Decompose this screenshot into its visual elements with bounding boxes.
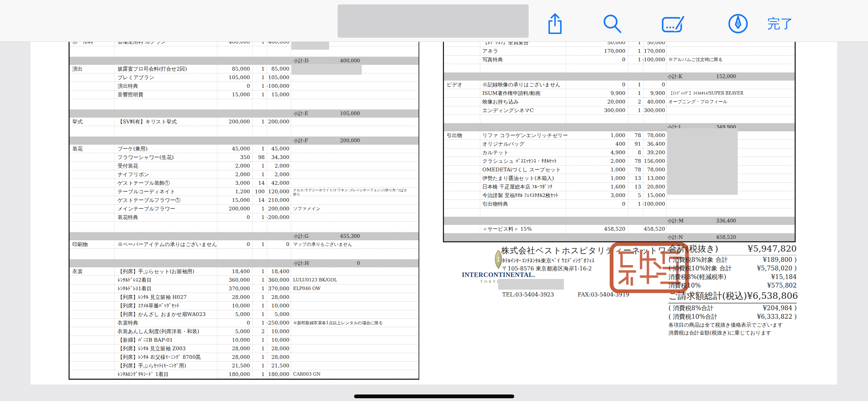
remark-cell: クロス:ラグジーホワイト/ナフキン:プレーンチーフェンジ/折り方:つばさ折り: [293, 188, 410, 196]
table-row: 日本橋 千疋屋総本店 ﾌﾙｰﾂﾎﾟﾝﾁ1,6001320,800: [444, 183, 795, 191]
table-row: 今治謹製 至福ﾀｵﾙ ﾌｪｲｽﾀｵﾙ2枚ｾｯﾄ3,000515,000: [444, 191, 795, 200]
subtotal-label: 小計:K: [667, 73, 682, 80]
item-cell: プレミアプラン: [118, 73, 154, 82]
amount-cell: -100,000: [617, 200, 665, 208]
table-row: ＜サービス料＞ 15%458,520458,520: [444, 225, 795, 233]
summary-row: ( 消費税10%合計¥6,333,822 ): [668, 312, 797, 321]
amount-cell: 2,000: [241, 162, 289, 170]
table-row: 衣装あんしん制度(列席洋装・和装)5,000210,000: [70, 327, 419, 336]
redaction-box: [667, 128, 738, 195]
table-row: メインテーブルフラワー200,0001200,000ソファメイン: [70, 205, 419, 213]
table-row: 【列席】ﾚﾝﾀﾙ お父様ﾓｰﾆﾝｸﾞ 8700黒28,000128,000: [70, 353, 419, 362]
remark-cell: ソファメイン: [293, 205, 321, 213]
spacer-row: [70, 99, 419, 110]
item-cell: 【SV料有】キリスト挙式: [118, 118, 177, 126]
tel-number: TEL:03-5404-3923: [502, 291, 554, 298]
subtotal-row: 小計:L349,900: [444, 123, 795, 131]
amount-cell: -200,000: [241, 213, 289, 221]
amount-cell: 5,000: [241, 310, 289, 318]
subtotal-value: 105,000: [305, 110, 360, 117]
amount-cell: 210,000: [241, 196, 289, 204]
document-page[interactable]: ホール料会場使用料 ルグラン400,0001400,000小計:D400,000…: [31, 42, 837, 385]
invoice-table-left: ホール料会場使用料 ルグラン400,0001400,000小計:D400,000…: [69, 42, 419, 380]
amount-cell: 360,000: [241, 276, 289, 284]
amount-cell: 28,000: [241, 353, 289, 361]
amount-cell: 78,000: [617, 131, 665, 139]
table-row: ISUM著作権申請料/動画9,90019,900【ｴﾝﾃﾞｨﾝｸﾞ】ｺｲｽﾙｵﾄ…: [444, 89, 795, 98]
category-cell: 挙式: [72, 118, 83, 126]
amount-cell: 0: [241, 240, 289, 248]
subtotal-row: 小計:F200,000: [70, 137, 419, 145]
remark-cell: LULU0123 BK/GOL: [293, 276, 337, 284]
item-cell: 【列席】ﾚﾝﾀﾙ お父様ﾓｰﾆﾝｸﾞ 8700黒: [118, 353, 201, 361]
table-row: 演出特典01-100,000: [70, 82, 419, 90]
item-cell: OMEDETAiづくし スープセット: [482, 166, 561, 174]
item-cell: 衣裳特典: [118, 319, 138, 327]
amount-cell: 200,000: [241, 205, 289, 213]
bottom-margin: [0, 385, 868, 401]
item-cell: 【新婦】ﾊﾟﾆｴB BAP-01: [118, 336, 173, 344]
summary-note: 各項目の商品は全て税抜き価格表示でございます: [668, 321, 797, 329]
home-indicator[interactable]: [354, 394, 514, 398]
redaction-box: [291, 42, 329, 50]
item-cell: 【列席】ｴﾅﾒﾙ草履ﾊﾞｯｸﾞｾｯﾄ: [118, 302, 179, 310]
category-cell: ビデオ: [447, 81, 462, 89]
table-row: 【列席】ｴﾅﾒﾙ草履ﾊﾞｯｸﾞｾｯﾄ10,000110,000: [70, 302, 419, 310]
spacer-row: [70, 249, 419, 259]
table-row: 映像お持ち込み20,000240,000オープニング・プロフィール: [444, 98, 795, 106]
spacer-row: [70, 222, 419, 232]
amount-cell: 34,300: [241, 153, 289, 161]
table-row: ﾚﾝﾀﾙﾛﾝｸﾞﾀｷｼｰﾄﾞ 1着目180,0001180,000CAR003 …: [70, 370, 419, 379]
table-row: 【新婦】ﾊﾟﾆｴB BAP-0110,000110,000: [70, 336, 419, 344]
markup-icon[interactable]: [661, 12, 687, 36]
search-icon[interactable]: [600, 12, 624, 36]
item-cell: ※記録映像の承りはございません: [482, 81, 560, 89]
subtotal-value: 336,400: [681, 217, 736, 224]
share-icon[interactable]: [543, 12, 567, 36]
subtotal-row: 小計:D400,000: [70, 57, 419, 65]
amount-cell: 10,000: [241, 336, 289, 344]
item-cell: 【列席】ﾚﾝﾀﾙ 見立留袖 H027: [118, 293, 186, 301]
summary-row: ( 消費税8%対象 合計¥189,800 ): [668, 255, 797, 264]
table-row: フラワーシャワー(生花)3509834,300: [70, 153, 419, 162]
table-row: 【列席】手ぶらｾｯﾄ(ﾓｰﾆﾝｸﾞ用)21,500121,500: [70, 362, 419, 370]
table-row: 演出披露宴プロ司会料(打合せ2回)85,000185,000: [70, 65, 419, 73]
subtotal-row: 小計:M336,400: [444, 217, 795, 225]
company-dept: ﾎﾃﾙｲﾝﾀｰｺﾝﾁﾈﾝﾀﾙ東京ﾍﾞｲ ｳｴﾃﾞｨﾝｸﾞｵﾌｨｽ: [502, 257, 594, 265]
category-cell: 演出: [72, 65, 83, 73]
amount-cell: 120,000: [241, 187, 289, 196]
table-row: 装花特典01-200,000: [70, 213, 419, 222]
item-cell: ﾚﾝﾀﾙﾄﾞﾚｽ2着目: [118, 276, 152, 284]
table-row: 音響照明費15,000115,000: [70, 90, 419, 99]
amount-cell: 300,000: [617, 106, 665, 114]
table-row: テーブルコーディネイト1,200100120,000クロス:ラグジーホワイト/ナ…: [70, 187, 419, 196]
grand-total-row: ご請求額総計(税込)¥6,538,806: [668, 290, 797, 304]
category-cell: 衣裳: [72, 267, 83, 276]
table-row: 【列席】かんざし おまかせ扇WA0235,00015,000: [70, 310, 419, 319]
amount-cell: 10,000: [241, 302, 289, 310]
item-cell: リファ コラーゲンエンリッチゼリー: [482, 131, 568, 139]
table-row: ﾚﾝﾀﾙﾄﾞﾚｽ2着目360,0001360,000LULU0123 BK/GO…: [70, 276, 419, 284]
item-cell: 装花特典: [118, 213, 138, 221]
item-cell: ﾚﾝﾀﾙﾛﾝｸﾞﾀｷｼｰﾄﾞ 1着目: [118, 370, 169, 378]
item-cell: 【列席】かんざし おまかせ扇WA023: [118, 310, 206, 318]
pencil-circle-icon[interactable]: [726, 12, 750, 36]
summary-label: ( 消費税8%合計: [668, 304, 713, 312]
subtotal-row: 小計:G455,300: [70, 232, 419, 240]
item-cell: 写真特典: [482, 56, 503, 64]
table-row: 受付装花2,00012,000: [70, 162, 419, 170]
item-cell: ﾚﾝﾀﾙﾄﾞﾚｽ1着目: [118, 284, 152, 293]
amount-cell: 21,500: [241, 362, 289, 370]
table-row: 衣裳特典01-250,000※新郎新婦衣裳各1点以上レンタルの場合に限る: [70, 319, 419, 327]
amount-cell: 10,000: [241, 327, 289, 336]
table-row: プレミアプラン105,0001105,000: [70, 73, 419, 82]
amount-cell: 78,000: [617, 166, 665, 174]
item-cell: 映像お持ち込み: [482, 98, 519, 106]
spacer-row: [70, 46, 419, 57]
summary-value: ¥189,800 ): [763, 255, 797, 264]
invoice-summary: 合計(税抜き)¥5,947,820( 消費税8%対象 合計¥189,800 )(…: [668, 243, 797, 337]
done-button[interactable]: 完了: [767, 15, 793, 33]
amount-cell: 170,000: [617, 47, 665, 55]
amount-cell: 2,000: [241, 170, 289, 179]
subtotal-value: 455,300: [305, 232, 360, 240]
